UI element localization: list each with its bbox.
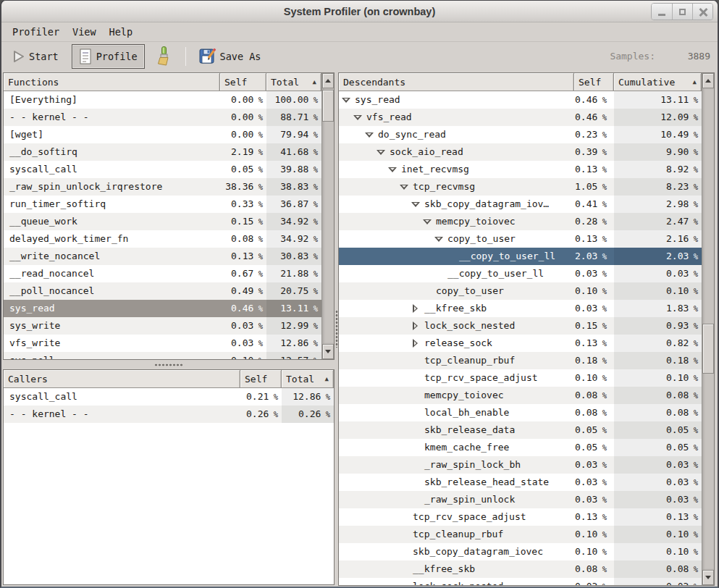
column-header-cumulative[interactable]: Cumulative▲ [614,73,702,91]
table-row[interactable]: syscall_call0.21 %12.86 % [4,388,334,406]
profile-toggle-button[interactable]: Profile [72,44,145,69]
function-name: sys_read [9,300,55,317]
table-row[interactable]: sys_write0.03 %12.99 % [4,317,321,335]
play-icon [13,50,25,63]
table-row[interactable]: - - kernel - -0.00 %88.71 % [4,109,321,126]
menu-profiler[interactable]: Profiler [6,24,66,40]
scroll-down-button[interactable] [322,344,334,359]
percent-sign: % [321,410,330,419]
table-row[interactable]: __queue_work0.15 %34.92 % [4,213,321,230]
table-row[interactable]: __do_softirq2.19 %41.68 % [4,143,321,161]
expander-open-icon[interactable] [365,126,374,143]
column-header-descendants[interactable]: Descendants [339,73,574,91]
tree-row[interactable]: __copy_to_user_ll0.03 %0.03 % [339,265,702,282]
tree-row[interactable]: __copy_to_user_ll2.03 %2.03 % [339,248,702,265]
function-name: vfs_read [366,109,412,126]
cell-self: 0.08 % [220,230,266,248]
column-header-functions[interactable]: Functions [4,73,220,91]
maximize-button[interactable] [672,4,692,20]
column-header-self[interactable]: Self [574,73,614,91]
tree-row[interactable]: skb_copy_datagram_iov…0.41 %2.98 % [339,196,702,213]
table-row[interactable]: __poll_nocancel0.49 %20.75 % [4,282,321,300]
table-row[interactable]: __read_nocancel0.67 %21.88 % [4,265,321,282]
tree-row[interactable]: release_sock0.13 %0.82 % [339,335,702,352]
tree-row[interactable]: tcp_rcv_space_adjust0.13 %0.13 % [339,508,702,526]
table-row[interactable]: [wget]0.00 %79.94 % [4,126,321,143]
tree-row[interactable]: inet_recvmsg0.13 %8.92 % [339,161,702,178]
pane-splitter-horizontal[interactable] [3,360,335,369]
expander-open-icon[interactable] [423,213,432,230]
tree-row[interactable]: skb_release_data0.05 %0.05 % [339,421,702,439]
scroll-up-button[interactable] [322,73,334,88]
table-row[interactable]: sys_read0.46 %13.11 % [4,300,321,317]
scroll-down-button[interactable] [702,570,714,585]
column-header-total[interactable]: Total▲ [282,370,334,388]
scrollbar-track[interactable] [322,88,334,344]
functions-scrollbar[interactable] [321,73,334,359]
scrollbar-track[interactable] [702,88,714,570]
table-row[interactable]: run_timer_softirq0.33 %36.87 % [4,196,321,213]
tree-row[interactable]: tcp_cleanup_rbuf0.10 %0.10 % [339,526,702,543]
reset-button[interactable] [149,43,178,69]
percent-sign: % [689,165,698,174]
splitter-grip-icon [154,363,183,367]
tree-row[interactable]: _raw_spin_lock_bh0.03 %0.03 % [339,456,702,474]
percent-sign: % [689,461,698,469]
tree-row[interactable]: local_bh_enable0.08 %0.08 % [339,404,702,421]
tree-row[interactable]: memcpy_toiovec0.28 %2.47 % [339,213,702,230]
table-row[interactable]: - - kernel - -0.26 %0.26 % [4,406,334,423]
table-row[interactable]: vfs_write0.03 %12.86 % [4,335,321,352]
tree-row[interactable]: tcp_cleanup_rbuf0.18 %0.18 % [339,352,702,369]
tree-row[interactable]: memcpy_toiovec0.08 %0.08 % [339,387,702,404]
scroll-up-button[interactable] [702,73,714,88]
tree-row[interactable]: copy_to_user0.10 %0.10 % [339,282,702,300]
tree-row[interactable]: vfs_read0.46 %12.09 % [339,109,702,126]
tree-row[interactable]: lock_sock_nested0.15 %0.93 % [339,317,702,335]
tree-row[interactable]: __kfree_skb0.08 %0.08 % [339,560,702,578]
column-header-callers[interactable]: Callers [4,370,240,388]
column-header-self[interactable]: Self [240,370,282,388]
tree-row[interactable]: skb_copy_datagram_iovec0.10 %0.10 % [339,543,702,560]
tree-row[interactable]: sys_read0.46 %13.11 % [339,91,702,109]
tree-row[interactable]: tcp_rcv_space_adjust0.10 %0.10 % [339,369,702,387]
tree-row[interactable]: skb_release_head_state0.03 %0.03 % [339,474,702,491]
tree-row[interactable]: do_sync_read0.23 %10.49 % [339,126,702,143]
table-row[interactable]: [Everything]0.00 %100.00 % [4,91,321,109]
column-header-total[interactable]: Total▲ [266,73,321,91]
tree-row[interactable]: tcp_recvmsg1.05 %8.23 % [339,178,702,196]
expander-collapsed-icon[interactable] [411,300,420,317]
table-row[interactable]: __write_nocancel0.13 %30.83 % [4,248,321,265]
table-row[interactable]: _raw_spin_unlock_irqrestore38.36 %38.83 … [4,178,321,196]
descendants-scrollbar[interactable] [702,73,714,585]
column-header-self[interactable]: Self [220,73,266,91]
scrollbar-thumb[interactable] [702,324,714,374]
expander-open-icon[interactable] [400,178,408,196]
expander-open-icon[interactable] [342,91,350,109]
cell-cumulative: 0.10 % [614,543,702,560]
expander-open-icon[interactable] [388,161,397,178]
start-button[interactable]: Start [7,47,64,66]
table-row[interactable]: sys_poll0.10 %12.57 % [4,352,321,359]
expander-collapsed-icon[interactable] [411,317,420,335]
scrollbar-thumb[interactable] [322,90,334,122]
expander-collapsed-icon[interactable] [411,335,420,352]
tree-row[interactable]: lock_sock_nested0.03 %0.03 % [339,578,702,585]
save-as-button[interactable]: Save As [193,45,267,67]
tree-row[interactable]: __kfree_skb0.03 %1.83 % [339,300,702,317]
expander-open-icon[interactable] [377,143,385,161]
titlebar[interactable]: System Profiler (on crownbay) [1,1,718,22]
tree-row[interactable]: _raw_spin_unlock0.03 %0.03 % [339,491,702,508]
table-row[interactable]: delayed_work_timer_fn0.08 %34.92 % [4,230,321,248]
close-button[interactable] [692,4,712,20]
tree-row[interactable]: copy_to_user0.13 %2.16 % [339,230,702,248]
expander-open-icon[interactable] [434,230,443,248]
table-row[interactable]: syscall_call0.05 %39.88 % [4,161,321,178]
menu-view[interactable]: View [66,24,103,40]
tree-row[interactable]: kmem_cache_free0.05 %0.05 % [339,439,702,456]
sort-ascending-icon: ▲ [689,78,697,85]
menu-help[interactable]: Help [103,24,140,40]
minimize-button[interactable] [652,4,672,20]
expander-open-icon[interactable] [411,196,420,213]
tree-row[interactable]: sock_aio_read0.39 %9.90 % [339,143,702,161]
expander-open-icon[interactable] [353,109,362,126]
